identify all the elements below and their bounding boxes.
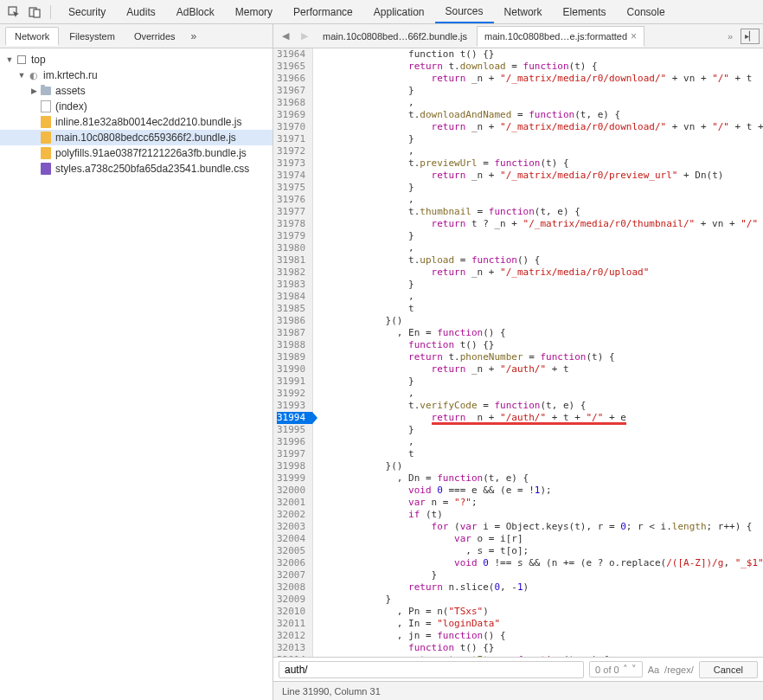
source-panel: ◀ ▶ main.10c0808bed…66f2.bundle.jsmain.1… [273,24,763,700]
panel-tab-audits[interactable]: Audits [116,0,165,23]
search-count: 0 of 0 ˄ ˅ [589,661,643,678]
panel-tab-sources[interactable]: Sources [435,0,494,23]
close-tab-icon[interactable]: × [631,30,637,42]
tree-file-index[interactable]: (index) [0,99,272,114]
source-tab-0[interactable]: main.10c0808bed…66f2.bundle.js [315,26,475,46]
panel-tab-elements[interactable]: Elements [553,0,617,23]
more-tabs-icon[interactable]: » [721,28,739,45]
cursor-position: Line 31990, Column 31 [282,686,381,697]
navigator-panel: NetworkFilesystemOverrides» ▼top▼◐im.krt… [0,24,273,700]
main-tabs: SecurityAuditsAdBlockMemoryPerformanceAp… [58,0,758,23]
tree-file-3[interactable]: styles.a738c250bfa65da23541.bundle.css [0,161,272,177]
cancel-button[interactable]: Cancel [699,661,758,678]
inspect-icon[interactable] [5,3,22,21]
divider [50,5,51,19]
panel-tab-application[interactable]: Application [363,0,435,23]
code-editor[interactable]: 3196431965319663196731968319693197031971… [273,48,763,657]
tree-top[interactable]: ▼top [0,52,272,67]
navigator-tabs: NetworkFilesystemOverrides» [0,24,272,48]
panel-tab-adblock[interactable]: AdBlock [166,0,225,23]
tree-file-2[interactable]: polyfills.91ae0387f2121226a3fb.bundle.js [0,145,272,161]
line-gutter[interactable]: 3196431965319663196731968319693197031971… [273,48,313,657]
tree-file-1[interactable]: main.10c0808bedcc659366f2.bundle.js [0,130,272,145]
tree-folder-assets[interactable]: ▶assets [0,83,272,99]
svg-rect-2 [34,10,40,17]
panel-tab-memory[interactable]: Memory [225,0,283,23]
nav-tab-network[interactable]: Network [5,27,59,46]
panel-tab-console[interactable]: Console [617,0,676,23]
panel-tab-security[interactable]: Security [58,0,116,23]
overflow-icon[interactable]: ▸▏ [741,29,760,44]
nav-fwd-icon[interactable]: ▶ [296,28,313,45]
tree-domain[interactable]: ▼◐im.krtech.ru [0,67,272,83]
source-tabs: ◀ ▶ main.10c0808bed…66f2.bundle.jsmain.1… [273,24,763,48]
device-toggle-icon[interactable] [26,3,43,21]
file-tree: ▼top▼◐im.krtech.ru▶assets(index)inline.8… [0,48,272,700]
panel-tab-performance[interactable]: Performance [283,0,363,23]
next-match-icon[interactable]: ˅ [632,664,637,675]
regex-toggle[interactable]: /regex/ [664,665,694,675]
code-lines[interactable]: function t() {} return t.download = func… [313,48,763,657]
case-toggle[interactable]: Aa [648,665,659,675]
nav-tab-overrides[interactable]: Overrides [125,28,184,45]
panel-tab-network[interactable]: Network [494,0,553,23]
tree-file-0[interactable]: inline.81e32a8b0014ec2dd210.bundle.js [0,114,272,130]
status-bar: Line 31990, Column 31 [273,681,763,700]
search-input[interactable] [279,661,584,678]
source-tab-1[interactable]: main.10c0808bed…e.js:formatted× [477,26,644,47]
search-bar: 0 of 0 ˄ ˅ Aa /regex/ Cancel [273,657,763,681]
nav-more-icon[interactable]: » [186,27,202,46]
nav-tab-filesystem[interactable]: Filesystem [61,28,124,45]
prev-match-icon[interactable]: ˄ [623,664,628,675]
main-toolbar: SecurityAuditsAdBlockMemoryPerformanceAp… [0,0,763,24]
nav-back-icon[interactable]: ◀ [277,28,294,45]
